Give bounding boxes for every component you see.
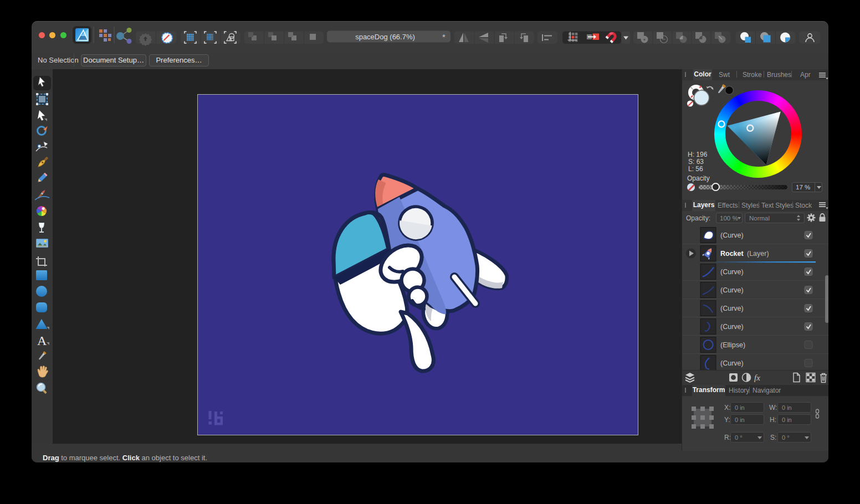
svg-text:Rocket: Rocket [720, 250, 744, 258]
svg-text:+: + [643, 37, 646, 43]
svg-text:(Ellipse): (Ellipse) [720, 341, 745, 349]
svg-text:(Curve): (Curve) [720, 232, 744, 239]
svg-text:(Curve): (Curve) [720, 323, 744, 331]
svg-text:fx: fx [754, 373, 760, 382]
svg-text:*: * [442, 32, 446, 42]
svg-text:A: A [37, 333, 47, 348]
svg-text:spaceDog (66.7%): spaceDog (66.7%) [355, 33, 415, 41]
svg-text:(Curve): (Curve) [720, 286, 744, 294]
svg-text:(Layer): (Layer) [747, 250, 769, 258]
svg-text:(Curve): (Curve) [720, 359, 744, 367]
svg-text:(Curve): (Curve) [720, 268, 744, 276]
svg-text:(Curve): (Curve) [720, 305, 744, 312]
